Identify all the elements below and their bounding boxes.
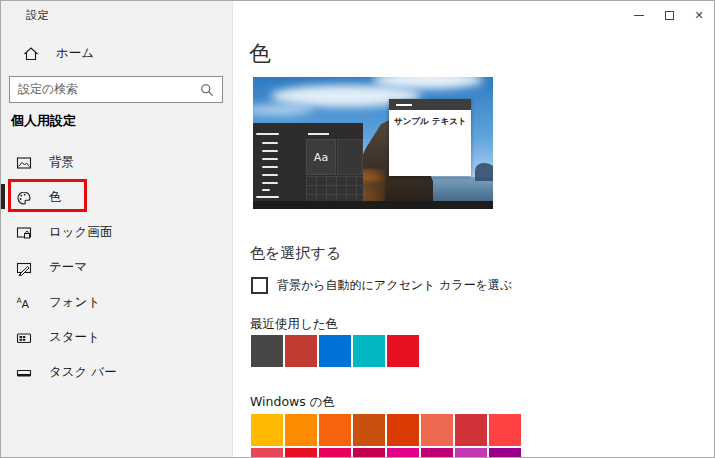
sidebar-item-home[interactable]: ホーム: [23, 45, 94, 62]
menu-line: [262, 182, 278, 184]
sidebar-item-taskbar[interactable]: タスク バー: [1, 359, 233, 386]
menu-line: [262, 174, 278, 176]
menu-line: [262, 189, 270, 191]
cloud: [253, 105, 313, 115]
preview-tile-aa: Aa: [306, 139, 336, 175]
preview-taskbar: [253, 201, 493, 209]
taskbar-icon: [16, 365, 32, 381]
sidebar-item-label: フォント: [49, 294, 100, 311]
tiles-header-line: [308, 133, 329, 135]
sidebar-item-lock-screen[interactable]: ロック画面: [1, 219, 233, 246]
color-swatch[interactable]: [285, 448, 317, 458]
choose-color-heading: 色を選択する: [250, 244, 341, 263]
sample-window-title-dash: [396, 104, 412, 106]
recent-colors-row: [251, 335, 419, 367]
close-icon: ✕: [694, 10, 703, 21]
preview-tile: [337, 139, 363, 175]
recent-colors-heading: 最近使用した色: [250, 316, 338, 333]
color-swatch[interactable]: [319, 335, 351, 367]
themes-icon: [16, 260, 32, 276]
fonts-icon: AA: [16, 295, 32, 311]
settings-window: 設定 ホーム 設定の検索 個人用設定 背景 色: [0, 0, 715, 458]
lock-screen-icon: [16, 225, 32, 241]
menu-line: [256, 133, 279, 135]
color-swatch[interactable]: [387, 448, 419, 458]
color-swatch[interactable]: [421, 414, 453, 446]
search-placeholder: 設定の検索: [18, 81, 200, 98]
theme-preview: Aa サンプル テキスト: [253, 77, 493, 209]
menu-line: [262, 158, 278, 160]
sidebar-item-fonts[interactable]: AA フォント: [1, 289, 233, 316]
maximize-icon: [665, 11, 674, 20]
auto-accent-label: 背景から自動的にアクセント カラーを選ぶ: [277, 277, 512, 294]
auto-accent-row: 背景から自動的にアクセント カラーを選ぶ: [251, 277, 512, 294]
windows-colors-row-1: [251, 414, 521, 446]
sidebar-item-label: ロック画面: [49, 224, 112, 241]
maximize-button[interactable]: [654, 1, 684, 30]
search-input[interactable]: 設定の検索: [9, 76, 223, 103]
color-swatch[interactable]: [353, 335, 385, 367]
svg-text:A: A: [22, 297, 30, 310]
preview-rock: [475, 163, 493, 181]
sidebar-item-background[interactable]: 背景: [1, 149, 233, 176]
color-swatch[interactable]: [353, 414, 385, 446]
sidebar: 設定 ホーム 設定の検索 個人用設定 背景 色: [1, 1, 233, 457]
home-icon: [23, 46, 39, 62]
color-swatch[interactable]: [455, 414, 487, 446]
color-swatch[interactable]: [251, 448, 283, 458]
color-swatch[interactable]: [353, 448, 385, 458]
color-swatch[interactable]: [387, 335, 419, 367]
sidebar-item-colors[interactable]: 色: [1, 184, 233, 211]
menu-line: [256, 196, 279, 198]
auto-accent-checkbox[interactable]: [251, 277, 268, 294]
minimize-button[interactable]: [624, 1, 654, 30]
color-swatch[interactable]: [489, 414, 521, 446]
section-header: 個人用設定: [11, 112, 76, 130]
menu-line: [262, 150, 278, 152]
sidebar-item-label: テーマ: [49, 259, 87, 276]
windows-colors-row-2: [251, 448, 521, 458]
sidebar-item-start[interactable]: スタート: [1, 324, 233, 351]
color-swatch[interactable]: [251, 335, 283, 367]
windows-colors-heading: Windows の色: [250, 394, 335, 411]
color-swatch[interactable]: [285, 335, 317, 367]
sample-window-titlebar: [389, 99, 471, 110]
sidebar-item-themes[interactable]: テーマ: [1, 254, 233, 281]
close-button[interactable]: ✕: [684, 1, 714, 30]
colors-palette-icon: [16, 190, 32, 206]
preview-sample-window: サンプル テキスト: [389, 99, 471, 176]
preview-tile-grid: [306, 176, 363, 201]
sidebar-item-label: 背景: [49, 154, 74, 171]
sample-text: サンプル テキスト: [389, 110, 471, 134]
color-swatch[interactable]: [319, 448, 351, 458]
sidebar-item-label: タスク バー: [49, 364, 117, 381]
start-layout-icon: [16, 330, 32, 346]
color-swatch[interactable]: [455, 448, 487, 458]
home-label: ホーム: [56, 45, 94, 62]
minimize-icon: [634, 15, 644, 16]
menu-line: [262, 142, 278, 144]
color-swatch[interactable]: [421, 448, 453, 458]
color-swatch[interactable]: [489, 448, 521, 458]
sidebar-item-label: スタート: [49, 329, 100, 346]
color-swatch[interactable]: [319, 414, 351, 446]
color-swatch[interactable]: [285, 414, 317, 446]
caption-buttons: ✕: [624, 1, 714, 30]
color-swatch[interactable]: [251, 414, 283, 446]
window-title: 設定: [26, 8, 49, 23]
preview-start-menu: Aa: [253, 123, 363, 201]
sidebar-item-label: 色: [49, 189, 62, 206]
page-title: 色: [249, 39, 271, 69]
menu-line: [262, 166, 278, 168]
left-edge-marker: [1, 184, 5, 209]
background-icon: [16, 155, 32, 171]
search-icon[interactable]: [200, 83, 214, 97]
color-swatch[interactable]: [387, 414, 419, 446]
